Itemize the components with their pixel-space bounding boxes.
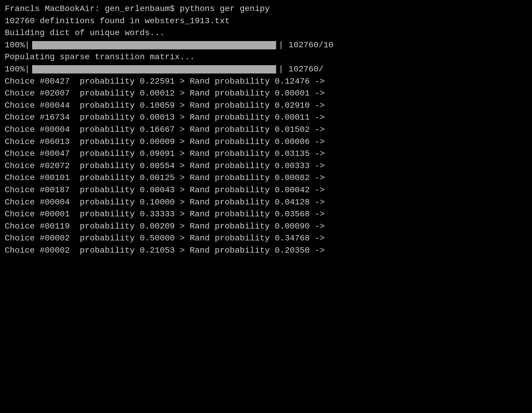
terminal-line: Francls MacBookAir: gen_erlenbaum$ pytho… — [5, 3, 527, 15]
progress-bar-inner — [32, 41, 276, 49]
progress-bar-inner — [32, 65, 276, 73]
progress-label: 100%| — [5, 63, 30, 76]
terminal-line: Choice #02007 probability 0.00012 > Rand… — [5, 87, 527, 100]
terminal-line: Choice #00001 probability 0.33333 > Rand… — [5, 208, 527, 220]
terminal-line: Choice #16734 probability 0.00013 > Rand… — [5, 112, 527, 124]
terminal-line: Building dict of unique words... — [5, 27, 527, 39]
terminal-line: Choice #00101 probability 0.00125 > Rand… — [5, 172, 527, 184]
terminal-line: Choice #00002 probability 0.50000 > Rand… — [5, 232, 527, 245]
terminal-line: Populating sparse transition matrix... — [5, 51, 527, 63]
progress-bar-outer — [32, 41, 276, 49]
terminal-line: Choice #00004 probability 0.10000 > Rand… — [5, 196, 527, 209]
terminal-line: Choice #00119 probability 0.00209 > Rand… — [5, 220, 527, 233]
terminal-line: Choice #06013 probability 0.00009 > Rand… — [5, 136, 527, 148]
terminal-line: Choice #02072 probability 0.00554 > Rand… — [5, 160, 527, 172]
terminal-line: Choice #00047 probability 0.09091 > Rand… — [5, 148, 527, 160]
progress-bar-outer — [32, 65, 276, 73]
terminal-line: 102760 definitions found in websters_191… — [5, 15, 527, 27]
terminal-line: Choice #00187 probability 0.00043 > Rand… — [5, 184, 527, 196]
terminal-line: Choice #00002 probability 0.21053 > Rand… — [5, 245, 527, 257]
terminal-line: Choice #00044 probability 0.10059 > Rand… — [5, 100, 527, 112]
terminal-output: Francls MacBookAir: gen_erlenbaum$ pytho… — [5, 3, 527, 256]
progress-count: | 102760/ — [278, 63, 323, 76]
terminal-line: Choice #00004 probability 0.16667 > Rand… — [5, 124, 527, 136]
progress-label: 100%| — [5, 39, 30, 51]
progress-bar-row: 100%|| 102760/ — [5, 63, 527, 76]
progress-count: | 102760/10 — [278, 39, 334, 51]
progress-bar-row: 100%|| 102760/10 — [5, 39, 527, 51]
terminal-line: Choice #00427 probability 0.22591 > Rand… — [5, 76, 527, 88]
